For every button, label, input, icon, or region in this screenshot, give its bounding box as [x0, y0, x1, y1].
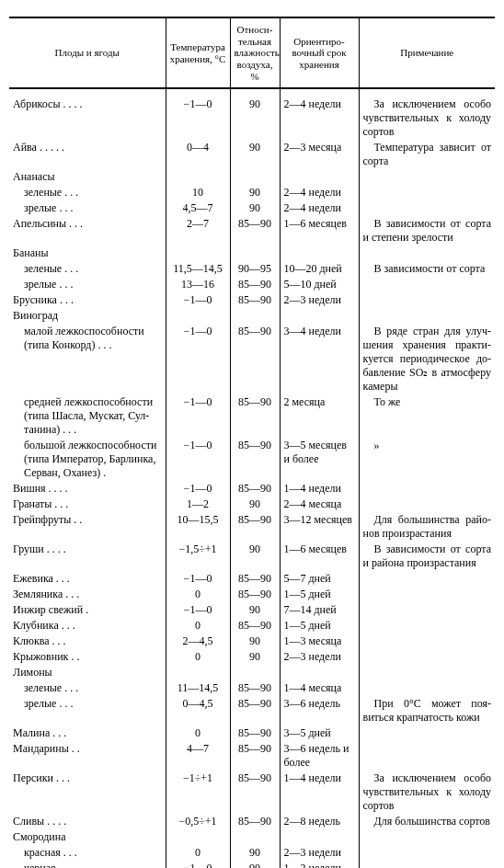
cell-humidity — [230, 665, 280, 680]
cell-note: За исключением особо чувствительных к хо… — [359, 97, 495, 140]
table-row: Бананы — [9, 246, 495, 261]
cell-note: За исключением особо чувствительных к хо… — [359, 771, 495, 814]
cell-term: 1—4 недели — [280, 771, 359, 814]
table-row: средней лежкоспособ­ности (типа Шас­ла, … — [9, 394, 495, 438]
table-row: черная . . .−1—0901—2 недели — [9, 861, 495, 868]
table-row: Ежевика . . .−1—085—905—7 дней — [9, 571, 495, 587]
cell-humidity: 90 — [230, 845, 280, 861]
cell-temperature — [166, 829, 230, 845]
cell-name: Персики . . . — [9, 771, 166, 814]
cell-humidity: 85—90 — [230, 571, 280, 587]
table-row: Малина . . .085—903—5 дней — [9, 725, 495, 741]
cell-temperature: 13—16 — [166, 277, 230, 292]
cell-temperature: −1÷+1 — [166, 771, 230, 814]
cell-note — [359, 481, 495, 497]
cell-note — [359, 497, 495, 512]
cell-term: 1—5 дней — [280, 618, 359, 634]
cell-humidity: 85—90 — [230, 481, 280, 497]
cell-name: Бананы — [9, 246, 166, 261]
cell-note: В зависимости от сор­та — [359, 261, 495, 277]
cell-term: 1—4 недели — [280, 481, 359, 497]
cell-humidity: 90 — [230, 602, 280, 618]
cell-note — [359, 308, 495, 324]
cell-temperature: 11,5—14,5 — [166, 261, 230, 277]
cell-name: зеленые . . . — [9, 261, 166, 277]
table-row: зеленые . . .11,5—14,590—9510—20 днейВ з… — [9, 261, 495, 277]
cell-temperature: −1—0 — [166, 481, 230, 497]
cell-humidity — [230, 169, 280, 185]
cell-note — [359, 292, 495, 308]
cell-note — [359, 634, 495, 649]
cell-term — [280, 665, 359, 680]
cell-humidity: 90 — [230, 497, 280, 512]
cell-term: 2—3 недели — [280, 292, 359, 308]
cell-term: 1—4 месяца — [280, 680, 359, 696]
cell-humidity: 85—90 — [230, 814, 280, 829]
cell-name: черная . . . — [9, 861, 166, 868]
table-header: Плоды и ягоды Температура хранения, °С О… — [9, 17, 495, 88]
cell-note — [359, 845, 495, 861]
cell-humidity: 85—90 — [230, 587, 280, 602]
cell-note: Для большинства сор­тов — [359, 814, 495, 829]
cell-humidity: 90 — [230, 140, 280, 169]
cell-note: При 0°С может поя­виться крапчатость кож… — [359, 696, 495, 725]
table-row: Клюква . . .2—4,5901—3 месяца — [9, 634, 495, 649]
table-row: зеленые . . .11—14,585—901—4 месяца — [9, 680, 495, 696]
cell-name: Смородина — [9, 829, 166, 845]
cell-name: малой лежкоспособ­ности (типа Кон­корд) … — [9, 324, 166, 394]
table-row: Айва . . . . .0—4902—3 месяцаТемпература… — [9, 140, 495, 169]
cell-term: 10—20 дней — [280, 261, 359, 277]
cell-humidity: 90 — [230, 649, 280, 665]
cell-term: 2 месяца — [280, 394, 359, 438]
cell-name: красная . . . — [9, 845, 166, 861]
cell-name: Груши . . . . — [9, 542, 166, 571]
cell-term: 2—4 месяца — [280, 497, 359, 512]
cell-note — [359, 200, 495, 216]
cell-term: 3—12 меся­цев — [280, 512, 359, 542]
cell-humidity: 90 — [230, 542, 280, 571]
cell-humidity: 85—90 — [230, 438, 280, 481]
table-row: зрелые . . .0—4,585—903—6 недельПри 0°С … — [9, 696, 495, 725]
cell-term — [280, 308, 359, 324]
cell-temperature: 0 — [166, 649, 230, 665]
cell-term: 2—4 недели — [280, 185, 359, 200]
storage-table: Плоды и ягоды Температура хранения, °С О… — [9, 17, 495, 868]
cell-humidity: 85—90 — [230, 771, 280, 814]
cell-name: Гранаты . . . — [9, 497, 166, 512]
header-temp: Температура хранения, °С — [166, 17, 230, 88]
cell-name: зеленые . . . — [9, 185, 166, 200]
cell-note: В зависимости от сор­та и степени зрелос… — [359, 216, 495, 246]
cell-name: Апельсины . . . — [9, 216, 166, 246]
cell-humidity: 85—90 — [230, 216, 280, 246]
cell-name: Ананасы — [9, 169, 166, 185]
cell-note — [359, 587, 495, 602]
table-row: зеленые . . .10902—4 недели — [9, 185, 495, 200]
cell-term: 5—7 дней — [280, 571, 359, 587]
cell-name: Брусника . . . — [9, 292, 166, 308]
cell-note — [359, 649, 495, 665]
cell-term: 2—8 недель — [280, 814, 359, 829]
table-row: большой лежкоспо­собности (типа Им­перат… — [9, 438, 495, 481]
table-row: Абрикосы . . . .−1—0902—4 неделиЗа исклю… — [9, 97, 495, 140]
table-row: Гранаты . . .1—2902—4 месяца — [9, 497, 495, 512]
cell-note — [359, 185, 495, 200]
cell-note — [359, 618, 495, 634]
table-row: Персики . . .−1÷+185—901—4 неделиЗа искл… — [9, 771, 495, 814]
cell-humidity: 85—90 — [230, 725, 280, 741]
cell-note — [359, 277, 495, 292]
cell-note — [359, 829, 495, 845]
cell-name: средней лежкоспособ­ности (типа Шас­ла, … — [9, 394, 166, 438]
cell-humidity: 90 — [230, 97, 280, 140]
cell-temperature: 0 — [166, 725, 230, 741]
cell-name: Сливы . . . . — [9, 814, 166, 829]
cell-note: В зависимости от сорта и района произрас… — [359, 542, 495, 571]
cell-humidity: 85—90 — [230, 618, 280, 634]
cell-temperature: −1—0 — [166, 861, 230, 868]
cell-humidity — [230, 829, 280, 845]
cell-note — [359, 246, 495, 261]
table-row: Земляника . . .085—901—5 дней — [9, 587, 495, 602]
cell-term: 2—3 недели — [280, 845, 359, 861]
cell-note: » — [359, 438, 495, 481]
table-row: Ананасы — [9, 169, 495, 185]
header-name: Плоды и ягоды — [9, 17, 166, 88]
